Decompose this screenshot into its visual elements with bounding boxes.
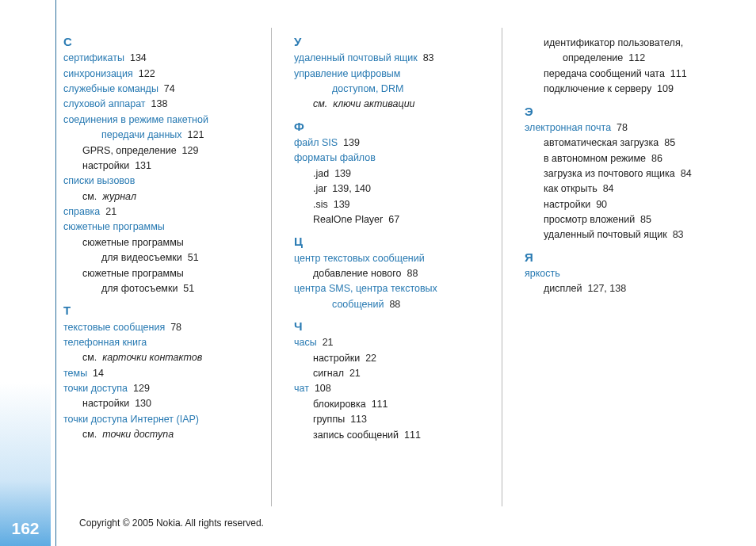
index-term: часы [294, 337, 317, 348]
index-subterm: определение [563, 52, 623, 63]
index-subterm: настройки [313, 353, 360, 364]
index-term: доступом, DRM [332, 83, 403, 94]
index-page-ref: 138 [151, 98, 168, 109]
index-letter-ya: Я [525, 248, 732, 266]
index-page-ref: 134 [130, 52, 147, 63]
index-page-ref: 51 [188, 252, 199, 263]
index-letter-t: Т [63, 301, 271, 319]
index-term: чат [294, 383, 309, 394]
index-subterm: в автономном режиме [544, 153, 646, 164]
index-term: центра SMS, центра текстовых [294, 283, 437, 294]
index-term: яркость [525, 268, 560, 279]
index-entry: сюжетные программы [63, 220, 271, 235]
index-page-ref: 85 [664, 137, 675, 148]
index-entry: точки доступа Интернет (IAP) [63, 412, 271, 427]
index-page-ref: 74 [164, 83, 175, 94]
index-subentry: сюжетные программы [82, 235, 271, 250]
index-see: см. точки доступа [82, 427, 271, 442]
index-letter-f: Ф [294, 117, 502, 136]
index-subterm: для видеосъемки [101, 252, 182, 263]
index-letter-u: У [294, 32, 502, 51]
index-page-ref: 139 [334, 168, 351, 179]
index-term: служебные команды [63, 83, 158, 94]
index-subentry: .sis 139 [313, 197, 502, 212]
index-subentry: автоматическая загрузка 85 [544, 136, 732, 151]
index-page-ref: 85 [640, 214, 651, 225]
index-term: удаленный почтовый ящик [294, 52, 418, 63]
index-term: сообщений [332, 299, 384, 310]
index-subentry: идентификатор пользователя, [544, 36, 732, 51]
index-page-ref: 21 [323, 337, 334, 348]
index-term: сертификаты [63, 52, 124, 63]
index-letter-e: Э [525, 102, 732, 120]
index-term: синхронизация [63, 68, 133, 79]
index-page-ref: 21 [349, 368, 361, 379]
index-page-ref: 108 [315, 383, 331, 394]
index-entry-cont: сообщений 88 [332, 297, 502, 312]
index-subterm: настройки [82, 398, 129, 409]
index-entry: текстовые сообщения 78 [63, 320, 271, 335]
index-page-ref: 84 [681, 168, 692, 179]
index-subterm: как открыть [544, 183, 598, 194]
index-subentry: добавление нового 88 [313, 266, 502, 281]
index-page-ref: 78 [170, 322, 181, 333]
index-subentry: настройки 90 [544, 197, 732, 212]
index-entry: точки доступа 129 [63, 381, 271, 396]
index-entry: служебные команды 74 [63, 82, 271, 97]
index-subentry: .jar 139, 140 [313, 181, 502, 197]
index-page-ref: 78 [617, 122, 628, 133]
index-subterm: GPRS, определение [82, 145, 177, 156]
index-subterm: передача сообщений чата [544, 68, 665, 79]
index-page-ref: 86 [651, 153, 662, 164]
index-page-ref: 67 [388, 214, 399, 225]
index-entry-cont: доступом, DRM [332, 82, 502, 97]
index-term: списки вызовов [63, 175, 135, 186]
column-3: идентификатор пользователя, определение … [525, 28, 732, 506]
index-term: центр текстовых сообщений [294, 253, 425, 264]
index-subentry: просмотр вложений 85 [544, 212, 732, 227]
index-subentry-cont: для фотосъемки 51 [101, 281, 271, 296]
index-page-ref: 139 [334, 199, 350, 210]
index-subentry: как открыть 84 [544, 181, 732, 197]
index-page-ref: 127, 138 [588, 283, 627, 294]
index-page-ref: 90 [596, 199, 607, 210]
index-page-ref: 112 [628, 52, 645, 63]
index-subterm: просмотр вложений [544, 214, 635, 225]
index-page-ref: 129 [133, 383, 150, 394]
index-entry: слуховой аппарат 138 [63, 97, 271, 112]
index-subterm: сигнал [313, 368, 344, 379]
index-term: справка [63, 206, 100, 217]
index-subterm: удаленный почтовый ящик [544, 229, 667, 240]
index-term: точки доступа Интернет (IAP) [63, 414, 199, 425]
index-page-ref: 83 [423, 52, 434, 63]
index-subterm: .jad [313, 168, 329, 179]
see-label: см. [82, 352, 97, 363]
index-columns: С сертификаты 134 синхронизация 122 служ… [63, 28, 732, 506]
index-entry: управление цифровым [294, 67, 502, 82]
index-page-ref: 129 [182, 145, 199, 156]
column-2: У удаленный почтовый ящик 83 управление … [294, 28, 502, 506]
see-label: см. [82, 191, 97, 202]
index-subentry: дисплей 127, 138 [544, 281, 732, 296]
index-page-ref: 21 [105, 206, 116, 217]
index-page-ref: 83 [673, 229, 684, 240]
index-entry: чат 108 [294, 381, 502, 396]
index-subterm: идентификатор пользователя, [544, 37, 683, 48]
index-entry: файл SIS 139 [294, 136, 502, 151]
index-page-ref: 88 [389, 299, 400, 310]
index-subentry: настройки 130 [82, 396, 271, 411]
index-page-ref: 22 [365, 353, 376, 364]
index-subentry: GPRS, определение 129 [82, 143, 271, 158]
index-subterm: .sis [313, 199, 328, 210]
index-subentry: загрузка из почтового ящика 84 [544, 166, 732, 181]
index-entry: телефонная книга [63, 335, 271, 350]
index-entry: центра SMS, центра текстовых [294, 281, 502, 296]
index-page-ref: 51 [183, 283, 194, 294]
index-subentry: в автономном режиме 86 [544, 151, 732, 166]
index-page-ref: 121 [188, 129, 204, 140]
index-entry: удаленный почтовый ящик 83 [294, 51, 502, 66]
index-subterm: сюжетные программы [82, 237, 184, 248]
index-term: темы [63, 368, 87, 379]
index-subterm: автоматическая загрузка [544, 137, 659, 148]
index-term: форматы файлов [294, 152, 376, 163]
